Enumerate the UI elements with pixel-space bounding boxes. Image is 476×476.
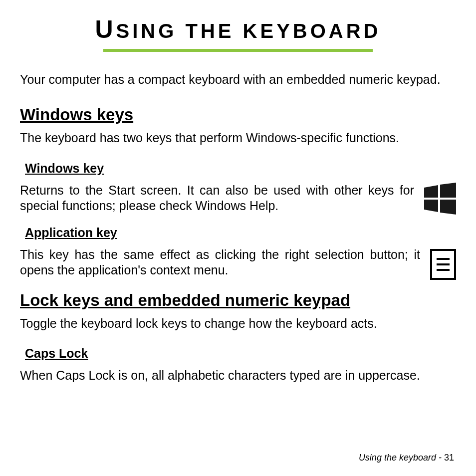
windows-logo-icon [424,183,456,215]
footer-page-number: 31 [444,453,454,463]
title-dropcap: U [95,15,116,43]
svg-marker-1 [440,183,456,198]
lock-keys-text: Toggle the keyboard lock keys to change … [20,316,456,331]
svg-marker-3 [440,200,456,215]
application-key-row: This key has the same effect as clicking… [20,247,456,280]
footer-label: Using the keyboard - [359,453,444,463]
page-title: USING THE KEYBOARD [20,15,456,44]
heading-windows-keys: Windows keys [20,105,456,124]
title-underline [103,49,373,52]
windows-key-row: Returns to the Start screen. It can also… [20,183,456,215]
svg-marker-0 [424,185,438,198]
heading-application-key: Application key [25,226,456,240]
heading-lock-keys: Lock keys and embedded numeric keypad [20,291,456,310]
caps-lock-text: When Caps Lock is on, all alphabetic cha… [20,368,456,383]
windows-key-text: Returns to the Start screen. It can also… [20,183,414,214]
title-rest: SING THE KEYBOARD [116,20,381,42]
heading-caps-lock: Caps Lock [25,346,456,361]
heading-windows-key: Windows key [25,161,456,176]
application-key-icon [430,247,456,280]
svg-marker-2 [424,200,438,212]
application-key-text: This key has the same effect as clicking… [20,247,420,278]
windows-keys-text: The keyboard has two keys that perform W… [20,130,456,146]
page-footer: Using the keyboard - 31 [359,453,454,463]
intro-text: Your computer has a compact keyboard wit… [20,72,456,87]
